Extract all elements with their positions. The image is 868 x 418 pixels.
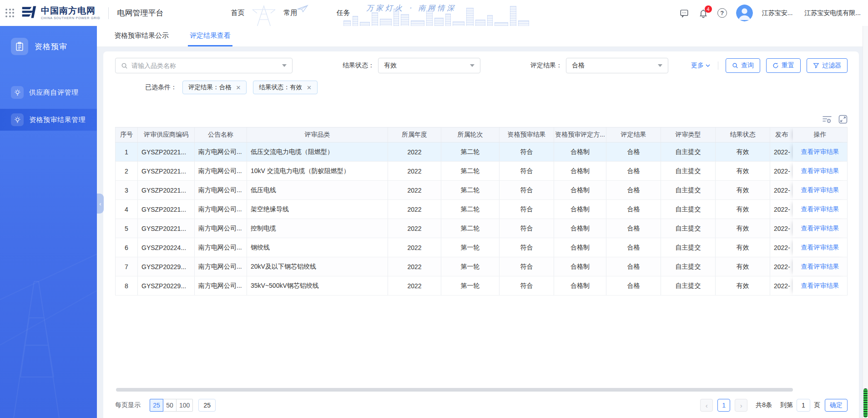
col-round: 所属轮次 <box>441 127 500 142</box>
fullscreen-icon[interactable] <box>838 115 848 124</box>
cell-review-type: 自主提交 <box>661 181 716 199</box>
cell-round: 第一轮 <box>441 257 500 276</box>
page-size-100[interactable]: 100 <box>176 399 193 412</box>
view-review-result-link[interactable]: 查看评审结果 <box>801 224 839 233</box>
main-area: 资格预审结果公示 评定结果查看 结果状态： 有效 <box>97 26 863 418</box>
vertical-scrollbar-thumb[interactable] <box>863 388 868 418</box>
cell-evaluation-result: 合格 <box>606 200 661 219</box>
cell-actions: 查看评审结果 <box>793 200 848 219</box>
funnel-icon <box>813 62 819 69</box>
notification-bell-icon[interactable]: 4 <box>698 8 708 18</box>
more-filters-link[interactable]: 更多 <box>691 61 711 70</box>
cell-notice-name: 南方电网公司... <box>195 143 247 161</box>
evaluation-result-select[interactable]: 合格 <box>566 58 668 73</box>
tab-prequalification-publicity[interactable]: 资格预审结果公示 <box>112 26 171 46</box>
table-row[interactable]: 1 GYSZP20221... 南方电网公司... 低压交流电力电缆（阻燃型） … <box>115 143 848 162</box>
user-name[interactable]: 江苏宝安... <box>762 9 793 17</box>
sidebar-item-supplier-self-evaluation[interactable]: 供应商自评管理 <box>0 82 97 103</box>
cell-serial: 4 <box>115 200 138 219</box>
tab-evaluation-result-view[interactable]: 评定结果查看 <box>188 26 232 46</box>
view-review-result-link[interactable]: 查看评审结果 <box>801 167 839 175</box>
avatar[interactable] <box>736 5 753 21</box>
view-review-result-link[interactable]: 查看评审结果 <box>801 282 839 290</box>
condition-chip: 评定结果：合格 ✕ <box>182 81 247 94</box>
cell-publish: 2022- <box>770 238 793 257</box>
sidebar-collapse-handle[interactable]: ‹ <box>97 194 104 214</box>
col-notice-name: 公告名称 <box>195 127 247 142</box>
cell-year: 2022 <box>388 238 441 257</box>
table-row[interactable]: 3 GYSZP20221... 南方电网公司... 低压电线 2022 第二轮 … <box>115 181 848 200</box>
cell-year: 2022 <box>388 181 441 199</box>
help-icon[interactable]: ? <box>717 8 727 18</box>
sidebar-item-prequalification-results[interactable]: 资格预审结果管理 <box>0 109 97 131</box>
goto-page-input[interactable] <box>797 399 810 412</box>
close-icon[interactable]: ✕ <box>236 84 241 91</box>
clipboard-icon <box>11 38 28 55</box>
reset-button[interactable]: 重置 <box>766 58 801 73</box>
table-row[interactable]: 4 GYSZP20221... 南方电网公司... 架空绝缘导线 2022 第二… <box>115 200 848 219</box>
query-button[interactable]: 查询 <box>726 58 760 73</box>
category-search-select[interactable] <box>115 58 293 73</box>
table-row[interactable]: 8 GYSZP20229... 南方电网公司... 35kV~500kV钢芯铝绞… <box>115 276 848 296</box>
cell-evaluation-method: 合格制 <box>554 143 606 161</box>
cell-result-status: 有效 <box>716 276 770 295</box>
horizontal-scrollbar[interactable] <box>116 388 793 392</box>
message-icon[interactable] <box>679 8 689 18</box>
top-nav: 首页 常用 任务 <box>231 9 350 17</box>
cell-round: 第二轮 <box>441 162 500 180</box>
cell-evaluation-result: 合格 <box>606 257 661 276</box>
table-row[interactable]: 6 GYSZP20224... 南方电网公司... 钢绞线 2022 第一轮 符… <box>115 238 848 257</box>
close-icon[interactable]: ✕ <box>307 84 312 91</box>
next-page-button[interactable]: › <box>735 399 747 412</box>
evaluation-result-label: 评定结果： <box>530 61 562 70</box>
goto-prefix: 到第 <box>780 401 793 409</box>
sidebar-menu: 供应商自评管理 资格预审结果管理 <box>0 82 97 131</box>
nav-home[interactable]: 首页 <box>231 9 244 17</box>
filter-button[interactable]: 过滤器 <box>807 58 848 73</box>
table-row[interactable]: 2 GYSZP20221... 南方电网公司... 10kV 交流电力电缆（防蚁… <box>115 162 848 181</box>
col-result-status: 结果状态 <box>716 127 770 142</box>
category-search-input[interactable] <box>131 62 278 69</box>
cell-year: 2022 <box>388 276 441 295</box>
vertical-scrollbar[interactable] <box>863 26 868 418</box>
table-tools-row <box>115 114 848 124</box>
nav-common[interactable]: 常用 <box>283 9 297 17</box>
page-size-50[interactable]: 50 <box>163 399 177 412</box>
cell-supplier-code: GYSZP20229... <box>138 257 195 276</box>
view-review-result-link[interactable]: 查看评审结果 <box>801 148 839 156</box>
cell-year: 2022 <box>388 143 441 161</box>
view-review-result-link[interactable]: 查看评审结果 <box>801 205 839 214</box>
cell-review-category: 35kV~500kV钢芯铝绞线 <box>247 276 388 295</box>
prev-page-button[interactable]: ‹ <box>700 399 713 412</box>
cell-year: 2022 <box>388 200 441 219</box>
col-supplier-code: 评审供应商编码 <box>138 127 195 142</box>
nav-tasks[interactable]: 任务 <box>336 9 350 17</box>
view-review-result-link[interactable]: 查看评审结果 <box>801 244 839 252</box>
table-row[interactable]: 5 GYSZP20221... 南方电网公司... 控制电缆 2022 第二轮 … <box>115 219 848 238</box>
cell-round: 第一轮 <box>441 276 500 295</box>
company-name[interactable]: 江苏宝安电缆有限... <box>804 9 861 17</box>
cell-actions: 查看评审结果 <box>793 276 848 295</box>
cell-serial: 5 <box>115 219 138 238</box>
page-size-25[interactable]: 25 <box>150 399 163 412</box>
cell-evaluation-result: 合格 <box>606 219 661 238</box>
result-status-select[interactable]: 有效 <box>378 58 480 73</box>
cell-prequal-result: 符合 <box>500 219 554 238</box>
cell-review-type: 自主提交 <box>661 162 716 180</box>
view-review-result-link[interactable]: 查看评审结果 <box>801 186 839 194</box>
selected-conditions-label: 已选条件： <box>145 83 177 92</box>
cell-evaluation-result: 合格 <box>606 162 661 180</box>
cell-publish: 2022- <box>770 200 793 219</box>
cell-year: 2022 <box>388 257 441 276</box>
chevron-down-icon <box>705 63 711 68</box>
brand-logo: 中国南方电网 CHINA SOUTHERN POWER GRID <box>21 5 100 21</box>
page-number-1[interactable]: 1 <box>717 399 730 412</box>
column-settings-icon[interactable] <box>822 115 832 124</box>
cell-review-category: 钢绞线 <box>247 238 388 257</box>
confirm-button[interactable]: 确定 <box>825 399 848 412</box>
table-row[interactable]: 7 GYSZP20229... 南方电网公司... 20kV及以下钢芯铝绞线 2… <box>115 257 848 276</box>
page-size-current[interactable]: 25 <box>198 399 216 412</box>
cell-evaluation-method: 合格制 <box>554 257 606 276</box>
view-review-result-link[interactable]: 查看评审结果 <box>801 263 839 271</box>
app-grid-icon[interactable] <box>5 9 15 18</box>
